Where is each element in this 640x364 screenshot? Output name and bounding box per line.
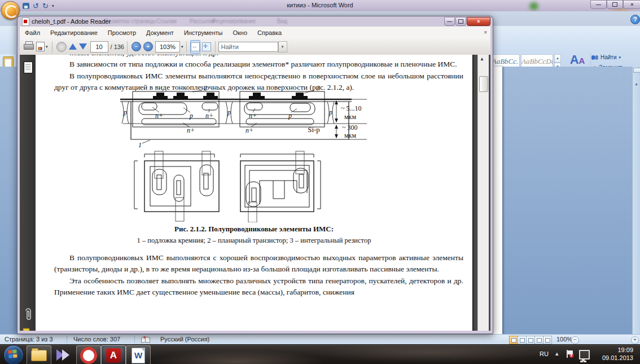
menu-window[interactable]: Окно xyxy=(227,29,252,36)
tray-clock-time[interactable]: 19:09 xyxy=(599,347,633,353)
ghost-tab: Вид xyxy=(277,18,287,24)
figure-label: n+ xyxy=(249,112,257,120)
tray-clock-date[interactable]: 09.01.2013 xyxy=(596,354,633,361)
pages-panel-icon[interactable] xyxy=(24,62,33,73)
next-page-button[interactable] xyxy=(78,40,87,54)
attachments-panel-icon[interactable] xyxy=(23,308,33,322)
previous-page-button[interactable] xyxy=(68,40,77,54)
menu-document[interactable]: Документ xyxy=(141,29,179,36)
figure-label: 1 xyxy=(138,141,142,149)
zoom-in-icon[interactable]: + xyxy=(143,42,153,51)
pdf-paragraph-3: В полупроводниковых ИМС выполняются с хо… xyxy=(36,252,472,275)
word-maximize-button[interactable] xyxy=(607,0,623,9)
pdf-paragraph-4: Эта особенность позволяет выполнять множ… xyxy=(36,275,472,299)
network-icon[interactable] xyxy=(579,350,590,359)
view-draft-button[interactable] xyxy=(543,336,552,344)
word-close-button[interactable]: × xyxy=(623,0,640,9)
menu-help[interactable]: Справка xyxy=(252,29,287,36)
scrollbar-thumb[interactable] xyxy=(479,76,488,92)
gallery-up-icon[interactable]: ▲ xyxy=(554,54,561,63)
view-outline-button[interactable] xyxy=(534,336,543,344)
zoom-out-icon[interactable]: − xyxy=(131,42,141,51)
toolbar-close-icon[interactable]: × xyxy=(484,29,487,36)
taskbar-word-button[interactable]: W xyxy=(126,345,151,364)
adobe-maximize-button[interactable] xyxy=(455,17,466,26)
previous-view-icon xyxy=(56,42,67,52)
comments-panel-icon[interactable] xyxy=(22,327,34,331)
figure-label: p xyxy=(288,112,292,120)
status-word-count[interactable]: Число слов: 307 xyxy=(73,336,120,343)
status-zoom-level[interactable]: 100% xyxy=(556,336,572,343)
scroll-up-icon[interactable]: ▲ xyxy=(633,80,639,88)
printer-icon xyxy=(24,43,34,50)
spellcheck-icon[interactable]: × xyxy=(141,336,150,343)
figure-label: 2 xyxy=(204,86,207,92)
previous-view-button[interactable] xyxy=(56,40,67,54)
menu-view[interactable]: Просмотр xyxy=(103,29,141,36)
adobe-vertical-scrollbar[interactable]: ▲ xyxy=(477,55,489,331)
fit-page-button[interactable] xyxy=(201,40,212,54)
view-print-layout-button[interactable] xyxy=(509,336,518,344)
figure-label: p xyxy=(189,112,193,120)
zoom-level-input[interactable] xyxy=(155,41,180,52)
action-center-flag-icon[interactable]: x xyxy=(567,350,573,358)
taskbar-kmplayer-button[interactable] xyxy=(51,345,75,364)
ghost-tab: Рецензирование xyxy=(212,18,256,24)
menu-edit[interactable]: Редактирование xyxy=(45,29,103,36)
zoom-in-button[interactable]: + xyxy=(631,336,639,344)
quick-access-toolbar: ↺ ↻ ▾ xyxy=(23,1,54,10)
figure-drawing: 2 3 1 p p p n+ p n+ n+ n+ p n+ xyxy=(117,86,377,222)
figure-label: p xyxy=(328,108,332,116)
taskbar: A W RU ▴ x 19:09 09.01.2013 xyxy=(0,344,640,364)
word-titlebar[interactable]: китииэ - Microsoft Word xyxy=(0,0,640,12)
scroll-up-icon[interactable]: ▲ xyxy=(480,56,484,62)
print-button[interactable] xyxy=(23,40,34,54)
export-icon xyxy=(36,42,45,51)
fit-page-icon xyxy=(202,42,211,51)
redo-icon[interactable]: ↻ xyxy=(42,2,49,10)
tray-language-indicator[interactable]: RU xyxy=(540,350,549,357)
system-tray: RU ▴ x 19:09 09.01.2013 xyxy=(540,345,635,364)
menu-tools[interactable]: Инструменты xyxy=(179,29,228,36)
pdf-page[interactable]: новые элементы, удобство эксплуатации и … xyxy=(36,55,472,331)
figure-label: n+ xyxy=(205,112,213,120)
ghost-tab: Рассылки xyxy=(190,18,215,24)
scrollbar-split-handle[interactable] xyxy=(633,68,640,73)
taskbar-opera-button[interactable] xyxy=(76,345,101,364)
menu-file[interactable]: Файл xyxy=(20,29,45,36)
adobe-minimize-button[interactable]: — xyxy=(444,17,455,26)
search-dropdown-icon[interactable]: ▾ xyxy=(278,41,287,52)
word-vertical-scrollbar[interactable]: ▲ xyxy=(632,67,640,334)
office-button[interactable] xyxy=(1,1,20,20)
status-language[interactable]: Русский (Россия) xyxy=(160,336,209,343)
search-input[interactable] xyxy=(218,42,278,52)
scrolling-mode-button[interactable] xyxy=(190,40,200,54)
word-minimize-button[interactable]: — xyxy=(590,0,607,9)
view-fullscreen-button[interactable] xyxy=(518,336,527,344)
pdf-clipped-line: новые элементы, удобство эксплуатации и … xyxy=(36,55,472,59)
start-button[interactable] xyxy=(3,345,24,364)
tray-expand-icon[interactable]: ▴ xyxy=(555,350,559,357)
adobe-titlebar[interactable]: Разметка страницы Ссылки Рассылки Реценз… xyxy=(17,16,493,27)
ghost-tab: Ссылки xyxy=(157,18,177,24)
taskbar-adobe-reader-button[interactable]: A xyxy=(101,345,126,364)
qat-dropdown-icon[interactable]: ▾ xyxy=(52,3,54,8)
undo-icon[interactable]: ↺ xyxy=(33,2,39,10)
status-separator xyxy=(67,336,67,343)
word-help-button[interactable]: ? xyxy=(630,15,640,24)
change-styles-icon: AA xyxy=(564,53,590,68)
find-icon xyxy=(591,55,598,60)
figure-label: мкм xyxy=(344,113,356,121)
figure-label: 3 xyxy=(316,86,320,92)
zoom-out-button[interactable]: − xyxy=(571,336,579,344)
zoom-dropdown-icon[interactable]: ▾ xyxy=(181,45,183,49)
status-page-count[interactable]: Страница: 3 из 3 xyxy=(5,336,53,343)
view-web-layout-button[interactable] xyxy=(526,336,535,344)
save-icon[interactable] xyxy=(23,3,29,9)
page-number-input[interactable] xyxy=(90,41,108,52)
export-button[interactable]: ▾ xyxy=(36,40,49,54)
find-button[interactable]: Найти▾ xyxy=(591,54,621,60)
adobe-window-controls: — × xyxy=(444,17,490,26)
taskbar-explorer-button[interactable] xyxy=(27,345,51,364)
adobe-close-button[interactable]: × xyxy=(467,17,490,26)
